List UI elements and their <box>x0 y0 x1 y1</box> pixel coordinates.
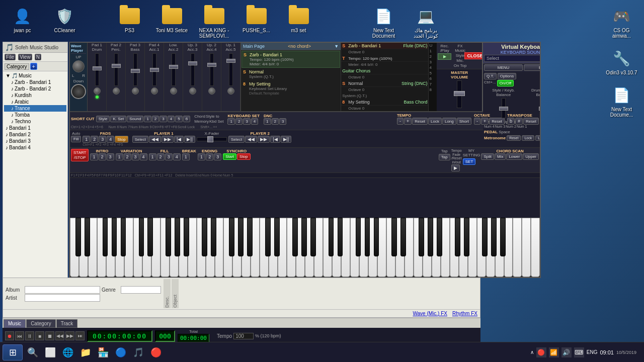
metro-lock[interactable]: Lock <box>522 135 534 141</box>
black-key-0[interactable] <box>75 218 81 256</box>
fill-2[interactable]: 2 <box>157 153 165 160</box>
fader-thumb-pad1[interactable] <box>93 66 102 70</box>
taskbar-edge[interactable]: 🌐 <box>60 345 75 360</box>
cs-upper[interactable]: Upper <box>523 153 539 160</box>
pad-1[interactable]: 1 <box>83 136 90 143</box>
start-stop-btn[interactable]: START/STOP <box>71 149 89 161</box>
tray-volume[interactable]: 🔊 <box>561 347 572 357</box>
ch-fader-pad4[interactable] <box>152 53 156 86</box>
fader-thumb-low[interactable] <box>169 65 178 69</box>
black-key-13[interactable] <box>238 218 244 256</box>
taskbar-app2[interactable]: 🔴 <box>148 345 164 360</box>
ks-4[interactable]: 4 <box>251 118 258 125</box>
dnc-2[interactable]: 2 <box>272 118 279 125</box>
vkb-select[interactable]: Select <box>484 55 541 62</box>
rec-btn[interactable]: ▶ <box>438 53 451 60</box>
tree-item-arabic[interactable]: ♪ Arabic <box>4 99 66 105</box>
fill-btn[interactable]: Fill <box>71 136 81 142</box>
pad-3[interactable]: 3 <box>99 136 106 143</box>
qt-button[interactable]: Q.T. <box>484 73 497 79</box>
intro-1[interactable]: 1 <box>90 153 98 160</box>
prev-btn[interactable]: ◀◀ <box>55 331 64 340</box>
p2-next[interactable]: ▶▶ <box>258 136 270 143</box>
tempo-short[interactable]: Short <box>457 118 471 125</box>
pad-stop[interactable]: Stop <box>115 136 128 143</box>
desktop-icon-m3set[interactable]: m3 set <box>280 4 317 41</box>
up-knob[interactable] <box>72 60 85 72</box>
rew-btn[interactable]: ⏮ <box>15 331 24 340</box>
p1-prev[interactable]: ◀◀ <box>149 136 161 143</box>
ch-fader-pad1[interactable] <box>95 53 99 86</box>
taskbar-task-view[interactable]: ⬜ <box>43 345 58 360</box>
black-key-9[interactable] <box>184 218 189 256</box>
black-key-24[interactable] <box>374 218 379 256</box>
fader-thumb-pad4[interactable] <box>150 68 159 72</box>
tab-track[interactable]: Track <box>56 319 78 328</box>
ch-fader-up2[interactable] <box>210 53 214 86</box>
desktop-icon-ccleaner[interactable]: 🛡️ CCleaner <box>46 4 84 41</box>
black-key-20[interactable] <box>329 218 334 256</box>
end-3[interactable]: 3 <box>214 153 221 160</box>
black-key-5[interactable] <box>139 218 144 256</box>
fill-1[interactable]: 1 <box>149 153 156 160</box>
menu-n[interactable]: N <box>35 54 41 60</box>
black-key-14[interactable] <box>247 218 253 256</box>
ks-2[interactable]: 2 <box>235 118 243 125</box>
trans-b[interactable]: b <box>507 118 515 125</box>
exit-button[interactable]: EXIT <box>524 64 541 71</box>
sync-stop[interactable]: Stop <box>237 153 250 160</box>
desc-tab[interactable]: Desc. <box>164 279 171 308</box>
knob-pad1[interactable] <box>94 87 101 95</box>
fader-thumb-up1[interactable] <box>226 59 235 63</box>
ks-3[interactable]: 3 <box>243 118 250 125</box>
desktop-icon-toni[interactable]: Toni M3 Setce <box>153 4 191 41</box>
menu-view[interactable]: View <box>18 54 32 60</box>
desktop-icon-newdoc[interactable]: 📄 New Text Document <box>365 4 403 41</box>
black-key-10[interactable] <box>202 218 207 256</box>
sc-3[interactable]: 3 <box>159 116 167 122</box>
ch-fader-up1[interactable] <box>229 53 233 86</box>
taskbar-folder[interactable]: 📁 <box>78 345 93 360</box>
trans-hash[interactable]: # <box>515 118 523 125</box>
black-key-7[interactable] <box>166 218 171 256</box>
p1-select[interactable]: Select <box>132 136 148 143</box>
options-button[interactable]: Options <box>498 73 517 79</box>
black-key-31[interactable] <box>464 218 469 256</box>
song-entry-zarb[interactable]: S Zarb - Bandari 1 Tempo: 120 bpm (100%)… <box>242 51 340 68</box>
tempo-long[interactable]: Long <box>442 118 456 125</box>
song-entry-normal[interactable]: S Normal System (Q.T.) <box>242 68 340 80</box>
knob-pad4[interactable] <box>151 87 158 95</box>
tempo-minus[interactable]: - <box>397 118 404 125</box>
xfader-thumb[interactable] <box>207 136 213 142</box>
knob-pad3[interactable] <box>132 87 139 95</box>
metro-reset[interactable]: Reset <box>507 135 521 141</box>
sc-4[interactable]: 4 <box>168 116 175 122</box>
master-fader-thumb[interactable] <box>454 91 465 96</box>
album-input[interactable] <box>25 286 100 294</box>
tree-item-bandari2[interactable]: ♪ Bandari 2 <box>4 131 66 138</box>
p1-next[interactable]: ▶▶ <box>162 136 174 143</box>
rec-transport-btn[interactable]: ⏺ <box>5 331 14 340</box>
white-key-50[interactable] <box>522 218 531 277</box>
black-key-4[interactable] <box>121 218 126 256</box>
black-key-8[interactable] <box>175 218 180 256</box>
tree-item-trance[interactable]: ♪ Trance <box>4 105 66 112</box>
black-key-22[interactable] <box>356 218 361 256</box>
end-btn[interactable]: ⏭ <box>75 331 85 340</box>
knob-up2[interactable] <box>208 87 215 95</box>
fader-thumb-pad3[interactable] <box>131 69 140 73</box>
desktop-icon-newdoc2[interactable]: 📄 New Text Docume... <box>603 82 640 120</box>
desktop-icon-ps3[interactable]: PS3 <box>111 4 148 41</box>
dnc-1[interactable]: 1 <box>264 118 271 125</box>
down-knob[interactable] <box>71 84 86 99</box>
my-setting-btn[interactable]: SET <box>463 158 476 165</box>
tree-item-tomba[interactable]: ♪ Tomba <box>4 112 66 118</box>
desktop-icon-cs[interactable]: 🎮 CS OG aimwa... <box>603 4 640 41</box>
tree-item-bandari1[interactable]: ♪ Bandari 1 <box>4 125 66 131</box>
tree-item-bandari4[interactable]: ♪ Bandari 4 <box>4 144 66 151</box>
style-btn[interactable]: Style <box>96 116 110 122</box>
master-fader[interactable] <box>457 80 462 108</box>
tray-icon2[interactable]: 📶 <box>549 347 559 357</box>
oct-plus[interactable]: + <box>481 118 489 125</box>
xfader[interactable] <box>197 137 227 141</box>
